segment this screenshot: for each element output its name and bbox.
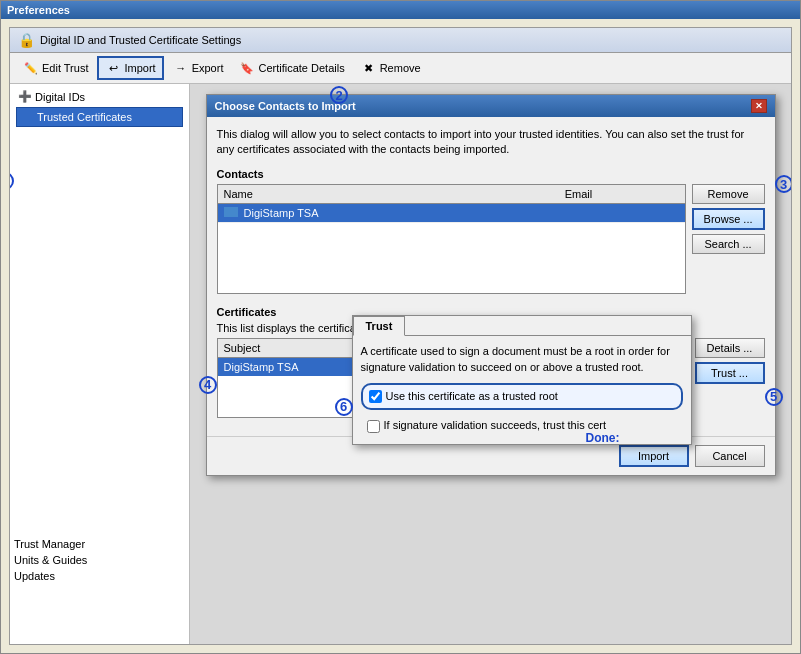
- modal-cancel-button[interactable]: Cancel: [695, 445, 765, 467]
- remove-button[interactable]: ✖ Remove: [354, 57, 428, 79]
- digital-id-titlebar: 🔒 Digital ID and Trusted Certificate Set…: [10, 28, 791, 53]
- sidebar-link-updates[interactable]: Updates: [10, 568, 189, 584]
- preferences-window: Preferences 🔒 Digital ID and Trusted Cer…: [0, 0, 801, 654]
- contacts-browse-button[interactable]: Browse ...: [692, 208, 765, 230]
- import-label: Import: [124, 62, 155, 74]
- certificate-details-button[interactable]: 🔖 Certificate Details: [232, 57, 351, 79]
- export-button[interactable]: → Export: [166, 57, 231, 79]
- units-guides-label: Units & Guides: [14, 554, 87, 566]
- signature-validation-checkbox[interactable]: [367, 420, 380, 433]
- contacts-table-container: Name Email: [217, 184, 686, 294]
- modal-description: This dialog will allow you to select con…: [217, 127, 765, 158]
- sidebar: ➕ Digital IDs Trusted Certificates 1 Tru…: [10, 84, 190, 644]
- contacts-browse-label: Browse ...: [704, 213, 753, 225]
- trusted-root-checkbox-row[interactable]: Use this certificate as a trusted root: [361, 383, 683, 410]
- sidebar-link-units-guides[interactable]: Units & Guides: [10, 552, 189, 568]
- toolbar: ✏️ Edit Trust ↩ Import → Export 🔖 Certif…: [10, 53, 791, 84]
- cert-details-button[interactable]: Details ...: [695, 338, 765, 358]
- contacts-table: Name Email: [218, 185, 685, 223]
- modal-import-label: Import: [638, 450, 669, 462]
- cert-subject: DigiStamp TSA: [218, 357, 357, 376]
- edit-trust-label: Edit Trust: [42, 62, 88, 74]
- expand-icon: ➕: [18, 90, 32, 103]
- cert-details-label: Details ...: [707, 342, 753, 354]
- edit-trust-icon: ✏️: [23, 60, 39, 76]
- contacts-buttons: Remove Browse ... Search ...: [692, 184, 765, 294]
- contacts-search-label: Search ...: [705, 238, 752, 250]
- trust-tab[interactable]: Trust: [353, 316, 406, 336]
- digital-id-title: Digital ID and Trusted Certificate Setti…: [40, 34, 241, 46]
- cert-trust-label: Trust ...: [711, 367, 748, 379]
- digital-id-panel: 🔒 Digital ID and Trusted Certificate Set…: [9, 27, 792, 645]
- content-area: 2 Choose Contacts to Import ✕ This dialo…: [190, 84, 791, 644]
- updates-label: Updates: [14, 570, 55, 582]
- import-button[interactable]: ↩ Import: [97, 56, 163, 80]
- step6-annotation: 6: [335, 398, 353, 416]
- trust-body: A certificate used to sign a document mu…: [353, 336, 691, 444]
- choose-contacts-modal: Choose Contacts to Import ✕ This dialog …: [206, 94, 776, 476]
- contact-name: DigiStamp TSA: [218, 203, 559, 222]
- step4-annotation: 4: [199, 376, 217, 394]
- step2-content-annotation: 2: [330, 86, 348, 104]
- contacts-col-name: Name: [218, 185, 559, 204]
- signature-validation-checkbox-row[interactable]: If signature validation succeeds, trust …: [361, 416, 683, 435]
- modal-overlay: Choose Contacts to Import ✕ This dialog …: [190, 84, 791, 644]
- certificate-details-label: Certificate Details: [258, 62, 344, 74]
- preferences-title: Preferences: [7, 4, 70, 16]
- trusted-root-checkbox[interactable]: [369, 390, 382, 403]
- preferences-titlebar: Preferences: [1, 1, 800, 19]
- trust-tabs: Trust: [353, 316, 691, 336]
- digital-ids-label: Digital IDs: [35, 91, 85, 103]
- contacts-search-button[interactable]: Search ...: [692, 234, 765, 254]
- done-annotation: Done:: [586, 431, 620, 445]
- cert-trust-button[interactable]: Trust ...: [695, 362, 765, 384]
- trusted-certificates-label: Trusted Certificates: [37, 111, 132, 123]
- digital-ids-group: ➕ Digital IDs: [14, 88, 185, 105]
- step1-annotation: 1: [10, 172, 14, 190]
- modal-close-button[interactable]: ✕: [751, 99, 767, 113]
- step5-annotation: 5: [765, 388, 783, 406]
- contacts-section-label: Contacts: [217, 168, 765, 180]
- contacts-remove-button[interactable]: Remove: [692, 184, 765, 204]
- digital-ids-header[interactable]: ➕ Digital IDs: [14, 88, 185, 105]
- lock-icon: 🔒: [18, 32, 34, 48]
- contacts-area: Name Email: [217, 184, 765, 294]
- certificate-details-icon: 🔖: [239, 60, 255, 76]
- trust-tab-label: Trust: [366, 320, 393, 332]
- contact-email: [559, 203, 685, 222]
- main-content: ➕ Digital IDs Trusted Certificates 1 Tru…: [10, 84, 791, 644]
- export-label: Export: [192, 62, 224, 74]
- modal-cancel-label: Cancel: [712, 450, 746, 462]
- contacts-remove-label: Remove: [708, 188, 749, 200]
- contacts-col-email: Email: [559, 185, 685, 204]
- signature-validation-label: If signature validation succeeds, trust …: [384, 418, 607, 433]
- table-row[interactable]: DigiStamp TSA: [218, 203, 685, 222]
- remove-label: Remove: [380, 62, 421, 74]
- sidebar-item-trusted-certificates[interactable]: Trusted Certificates: [16, 107, 183, 127]
- cert-icon: [224, 207, 238, 217]
- step3-annotation: 3: [775, 175, 792, 193]
- export-icon: →: [173, 60, 189, 76]
- modal-titlebar: Choose Contacts to Import ✕: [207, 95, 775, 117]
- trust-manager-label: Trust Manager: [14, 538, 85, 550]
- remove-icon: ✖: [361, 60, 377, 76]
- trust-body-text: A certificate used to sign a document mu…: [361, 344, 683, 375]
- trusted-root-label: Use this certificate as a trusted root: [386, 389, 558, 404]
- trust-dialog: Trust A certificate used to sign a docum…: [352, 315, 692, 445]
- sidebar-link-trust-manager[interactable]: Trust Manager: [10, 536, 189, 552]
- edit-trust-button[interactable]: ✏️ Edit Trust: [16, 57, 95, 79]
- certs-buttons: Details ... Trust ...: [695, 338, 765, 418]
- modal-import-button[interactable]: Import: [619, 445, 689, 467]
- import-icon: ↩: [105, 60, 121, 76]
- certs-col-subject: Subject: [218, 339, 357, 358]
